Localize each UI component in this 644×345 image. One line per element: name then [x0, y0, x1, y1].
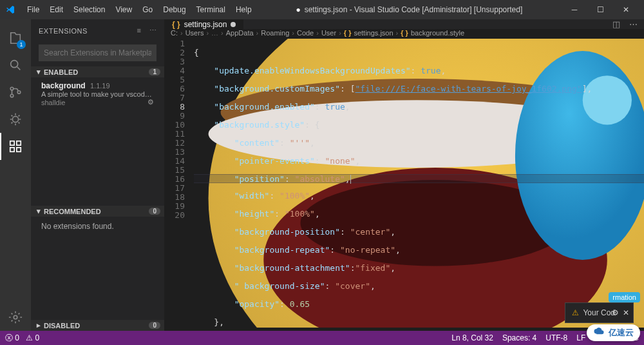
code-editor[interactable]: 1234567 8 91011121314151617181920 { "upd… [164, 37, 644, 331]
activity-search[interactable] [0, 52, 31, 79]
recommended-count: 0 [149, 208, 160, 215]
menu-view[interactable]: View [110, 5, 137, 14]
activity-extensions[interactable] [0, 133, 31, 160]
extensions-sidebar: EXTENSIONS ≡ ⋯ ▾ ENABLED 1 background 1.… [31, 19, 164, 331]
enabled-label: ENABLED [44, 68, 78, 76]
more-icon[interactable]: ⋯ [149, 26, 157, 35]
menu-debug[interactable]: Debug [158, 5, 191, 14]
svg-point-9 [14, 315, 17, 319]
extension-desc: A simple tool to make your vscode's back… [41, 90, 154, 98]
status-spaces[interactable]: Spaces: 4 [502, 333, 536, 342]
section-disabled[interactable]: ▸ DISABLED 0 [31, 320, 164, 331]
minimize-button[interactable]: ─ [562, 5, 587, 14]
dirty-dot-icon [231, 22, 236, 27]
menu-help[interactable]: Help [231, 5, 257, 14]
crumb[interactable]: Users [185, 29, 204, 37]
json-icon: { } [344, 29, 352, 37]
filter-icon[interactable]: ≡ [137, 26, 142, 35]
tab-settings-json[interactable]: { } settings.json [164, 19, 243, 29]
text-cursor [350, 175, 351, 184]
gear-icon[interactable]: ⚙ [612, 308, 619, 317]
chevron-down-icon: ▾ [35, 68, 43, 76]
code-content[interactable]: { "update.enableWindowsBackgroundUpdates… [191, 37, 644, 331]
crumb[interactable]: Code [297, 29, 314, 37]
disabled-label: DISABLED [44, 322, 80, 330]
no-extensions-text: No extensions found. [31, 217, 164, 236]
menu-edit[interactable]: Edit [44, 5, 68, 14]
svg-point-0 [11, 61, 18, 68]
window-title: ●settings.json - Visual Studio Code [Adm… [257, 5, 562, 14]
watermark-badge: 亿速云 [587, 324, 640, 341]
extension-version: 1.1.19 [90, 82, 110, 90]
vscode-logo-icon [5, 5, 15, 15]
explorer-badge: 1 [17, 40, 26, 49]
chevron-right-icon: ▸ [35, 321, 43, 330]
status-line-col[interactable]: Ln 8, Col 32 [451, 333, 493, 342]
crumb[interactable]: AppData [226, 29, 254, 37]
status-bar: ⓧ 0 ⚠ 0 Ln 8, Col 32 Spaces: 4 UTF-8 LF … [0, 331, 644, 345]
line-gutter: 1234567 8 91011121314151617181920 [164, 37, 191, 331]
close-icon[interactable]: ✕ [623, 308, 629, 317]
recommended-label: RECOMMENDED [44, 208, 101, 215]
svg-point-2 [10, 94, 14, 97]
tab-label: settings.json [184, 20, 227, 29]
status-encoding[interactable]: UTF-8 [545, 333, 567, 342]
section-enabled[interactable]: ▾ ENABLED 1 [31, 66, 164, 77]
warning-icon: ⚠ [572, 308, 579, 317]
title-bar: File Edit Selection View Go Debug Termin… [0, 0, 644, 19]
section-recommended[interactable]: ▾ RECOMMENDED 0 [31, 206, 164, 217]
extension-publisher: shalldie [41, 99, 65, 106]
svg-point-3 [17, 91, 21, 94]
breadcrumbs[interactable]: C:› Users› …› AppData› Roaming› Code› Us… [164, 29, 644, 37]
activity-settings[interactable] [0, 304, 31, 331]
main-menu: File Edit Selection View Go Debug Termin… [22, 5, 257, 14]
tab-bar: { } settings.json ◫ ⋯ [164, 19, 644, 29]
activity-explorer[interactable]: 1 [0, 25, 31, 52]
extension-name: background [41, 81, 86, 90]
menu-selection[interactable]: Selection [68, 5, 110, 14]
editor: { } settings.json ◫ ⋯ C:› Users› …› AppD… [164, 19, 644, 331]
floating-badge[interactable]: rmation [609, 292, 640, 302]
json-icon: { } [172, 20, 180, 29]
crumb[interactable]: background.style [411, 29, 464, 37]
crumb[interactable]: C: [171, 29, 178, 37]
json-icon: { } [401, 29, 408, 37]
menu-terminal[interactable]: Terminal [191, 5, 231, 14]
gear-icon[interactable]: ⚙ [147, 98, 154, 106]
activity-debug[interactable] [0, 106, 31, 133]
svg-rect-8 [17, 148, 21, 152]
more-actions-icon[interactable]: ⋯ [629, 19, 638, 29]
split-editor-icon[interactable]: ◫ [612, 19, 620, 29]
sidebar-title: EXTENSIONS [39, 27, 88, 35]
activity-bar: 1 [0, 19, 31, 331]
crumb[interactable]: settings.json [354, 29, 393, 37]
menu-go[interactable]: Go [137, 5, 158, 14]
svg-point-1 [10, 87, 14, 90]
status-errors[interactable]: ⓧ 0 [5, 333, 19, 344]
notification-text: Your Cod [583, 308, 615, 317]
sidebar-header: EXTENSIONS ≡ ⋯ [31, 19, 164, 42]
activity-scm[interactable] [0, 79, 31, 106]
notification-toast[interactable]: ⚠ Your Cod ⚙ ✕ [565, 302, 634, 323]
window-controls: ─ ☐ ✕ [562, 5, 639, 14]
chevron-down-icon: ▾ [35, 207, 43, 215]
svg-point-4 [12, 116, 18, 122]
svg-rect-7 [10, 148, 14, 152]
crumb[interactable]: User [321, 29, 336, 37]
dirty-indicator-icon: ● [296, 5, 300, 14]
crumb[interactable]: Roaming [261, 29, 289, 37]
extensions-search-input[interactable] [39, 44, 156, 61]
maximize-button[interactable]: ☐ [587, 5, 613, 14]
disabled-count: 0 [149, 322, 160, 329]
extension-item[interactable]: background 1.1.19 A simple tool to make … [31, 77, 164, 110]
enabled-count: 1 [149, 68, 160, 75]
status-warnings[interactable]: ⚠ 0 [26, 333, 39, 342]
menu-file[interactable]: File [22, 5, 44, 14]
svg-rect-5 [10, 141, 14, 145]
svg-rect-6 [17, 141, 21, 145]
close-button[interactable]: ✕ [613, 5, 639, 14]
status-eol[interactable]: LF [576, 333, 585, 342]
